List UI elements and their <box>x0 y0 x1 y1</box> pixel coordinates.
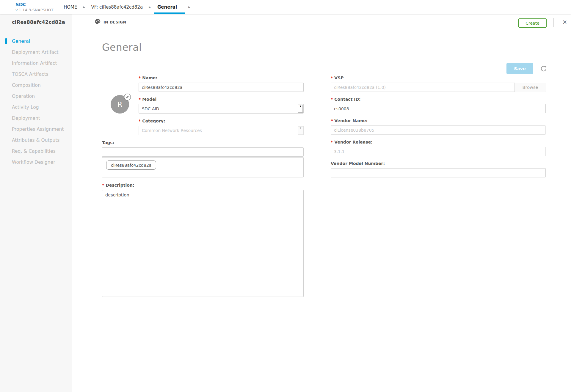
contact-id-input[interactable] <box>331 104 546 113</box>
tag-chip[interactable]: ciRes88afc42cd82a <box>106 160 156 170</box>
category-label: *Category: <box>139 119 304 123</box>
close-icon[interactable]: × <box>559 14 571 30</box>
category-select: Common Network Resources ▼ <box>139 126 304 135</box>
description-field-group: *Description: description <box>102 183 304 298</box>
sidebar-item-label: Information Artifact <box>12 61 57 66</box>
asset-sub-header: ciRes88afc42cd82a IN DESIGN Create × <box>0 14 571 30</box>
sidebar-item-label: Activity Log <box>12 105 39 110</box>
chevron-right-icon: ▶ <box>83 6 85 9</box>
sidebar-item-label: General <box>12 39 30 44</box>
vendor-name-field-group: *Vendor Name: <box>331 118 546 135</box>
name-label: *Name: <box>139 75 304 80</box>
contact-id-field-group: *Contact ID: <box>331 97 546 113</box>
required-mark: * <box>139 119 141 123</box>
sdc-app-window: SDC v.1.14.3-SNAPSHOT HOME ▶ VF: ciRes88… <box>0 0 571 392</box>
general-form-right-column: *VSP Browse *Contact ID: *Vendor Name: *… <box>331 75 546 177</box>
sidebar-item-operation[interactable]: Operation <box>0 91 72 102</box>
vendor-release-input <box>331 147 546 156</box>
asset-name-heading: ciRes88afc42cd82a <box>0 14 72 30</box>
sidebar-item-label: Deployment Artifact <box>12 50 59 55</box>
sidebar-item-information-artifact[interactable]: Information Artifact <box>0 58 72 69</box>
app-version-label: v.1.14.3-SNAPSHOT <box>15 8 54 12</box>
category-field-group: *Category: Common Network Resources ▼ <box>139 119 304 135</box>
create-button[interactable]: Create <box>518 18 547 28</box>
sidebar-item-label: TOSCA Artifacts <box>12 72 48 77</box>
vendor-name-input <box>331 125 546 135</box>
revert-icon[interactable] <box>540 65 548 73</box>
model-label: *Model <box>139 97 304 102</box>
save-button[interactable]: Save <box>506 63 533 74</box>
browse-button[interactable]: Browse <box>514 83 546 92</box>
breadcrumb: HOME ▶ VF: ciRes88afc42cd82a ▶ General ▶ <box>61 0 194 14</box>
vendor-model-number-field-group: Vendor Model Number: <box>331 161 546 177</box>
status-badge: IN DESIGN <box>103 20 126 24</box>
required-mark: * <box>331 97 333 102</box>
dropdown-arrow-icon: ▼ <box>298 126 303 135</box>
sidebar-item-label: Attributes & Outputs <box>12 138 59 143</box>
model-select[interactable]: SDC AID ▼ <box>139 104 304 114</box>
vendor-model-number-input[interactable] <box>331 168 546 177</box>
vendor-model-number-label: Vendor Model Number: <box>331 161 546 166</box>
edit-avatar-icon[interactable] <box>124 94 131 100</box>
general-tab-panel: General Save R *Name: <box>72 30 571 392</box>
contact-id-label: *Contact ID: <box>331 97 546 102</box>
model-select-value: SDC AID <box>142 106 159 111</box>
general-form-left-column: R *Name: *Model SDC AID ▼ <box>102 75 304 298</box>
required-mark: * <box>139 75 141 80</box>
sidebar-item-deployment-artifact[interactable]: Deployment Artifact <box>0 47 72 58</box>
palette-icon <box>95 18 101 26</box>
app-logo[interactable]: SDC v.1.14.3-SNAPSHOT <box>15 2 54 12</box>
category-select-value: Common Network Resources <box>142 128 202 133</box>
header-divider <box>553 18 554 27</box>
sidebar-item-workflow-designer[interactable]: Workflow Designer <box>0 157 72 168</box>
breadcrumb-general-active[interactable]: General <box>154 0 185 14</box>
vsp-field-group: *VSP Browse <box>331 75 546 92</box>
lifecycle-status: IN DESIGN <box>95 14 126 30</box>
active-indicator <box>5 38 7 44</box>
left-menu: General Deployment Artifact Information … <box>0 30 72 392</box>
page-title: General <box>102 42 142 53</box>
vsp-input <box>331 83 546 92</box>
sidebar-item-tosca-artifacts[interactable]: TOSCA Artifacts <box>0 69 72 80</box>
tags-input[interactable] <box>102 147 304 157</box>
sidebar-item-general[interactable]: General <box>0 36 72 47</box>
model-field-group: *Model SDC AID ▼ <box>139 97 304 114</box>
sidebar-item-req-capabilities[interactable]: Req. & Capabilities <box>0 146 72 157</box>
tags-container: ciRes88afc42cd82a <box>102 157 304 177</box>
sidebar-item-deployment[interactable]: Deployment <box>0 113 72 124</box>
name-input[interactable] <box>139 83 304 92</box>
sidebar-item-properties-assignment[interactable]: Properties Assignment <box>0 124 72 135</box>
breadcrumb-home[interactable]: HOME <box>61 0 80 14</box>
top-nav-bar: SDC v.1.14.3-SNAPSHOT HOME ▶ VF: ciRes88… <box>0 0 571 14</box>
sidebar-item-label: Workflow Designer <box>12 160 55 165</box>
sidebar-item-label: Deployment <box>12 116 40 121</box>
sidebar-item-attributes-outputs[interactable]: Attributes & Outputs <box>0 135 72 146</box>
tags-field-group: Tags: ciRes88afc42cd82a <box>102 140 304 177</box>
chevron-right-icon: ▶ <box>188 6 190 9</box>
required-mark: * <box>331 140 333 144</box>
sidebar-item-label: Composition <box>12 83 41 88</box>
name-model-category-block: *Name: *Model SDC AID ▼ *Category: Commo… <box>139 75 304 135</box>
breadcrumb-vf[interactable]: VF: ciRes88afc42cd82a <box>89 0 145 14</box>
vendor-name-label: *Vendor Name: <box>331 118 546 123</box>
sidebar-item-label: Req. & Capabilities <box>12 149 56 154</box>
sidebar-item-label: Properties Assignment <box>12 127 64 132</box>
required-mark: * <box>331 75 333 80</box>
app-logo-title: SDC <box>15 2 54 8</box>
dropdown-arrow-icon[interactable]: ▼ <box>298 105 303 113</box>
chevron-right-icon: ▶ <box>149 6 151 9</box>
vendor-release-label: *Vendor Release: <box>331 140 546 144</box>
sidebar-item-label: Operation <box>12 94 35 99</box>
description-textarea[interactable]: description <box>102 190 304 297</box>
avatar-letter: R <box>117 100 122 109</box>
avatar: R <box>111 95 129 114</box>
vsp-label: *VSP <box>331 75 546 80</box>
vendor-release-field-group: *Vendor Release: <box>331 140 546 156</box>
required-mark: * <box>102 183 104 188</box>
required-mark: * <box>331 118 333 123</box>
tags-label: Tags: <box>102 140 304 145</box>
name-field-group: *Name: <box>139 75 304 92</box>
required-mark: * <box>139 97 141 102</box>
sidebar-item-composition[interactable]: Composition <box>0 80 72 91</box>
sidebar-item-activity-log[interactable]: Activity Log <box>0 102 72 113</box>
